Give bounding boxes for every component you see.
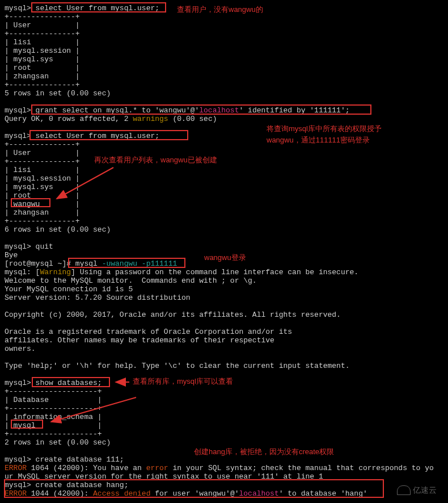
term-line: | information_schema | [5,413,443,422]
term-line: | root | [5,192,443,200]
term-line: +--------------------+ [5,405,443,413]
term-line: | lisi | [5,39,443,47]
term-line: ERROR 1044 (42000): Access denied for us… [5,490,443,498]
term-line: +--------------------+ [5,388,443,396]
term-line: | User | [5,22,443,30]
term-line: mysql: [Warning] Using a password on the… [5,269,443,277]
term-line [5,354,443,362]
note-login: wangwu登录 [204,254,246,262]
term-line: | mysql.sys | [5,56,443,64]
term-line: | lisi | [5,166,443,175]
term-line: mysql> select User from mysql.user; [5,132,443,141]
term-line: | mysql.session | [5,175,443,183]
note-create-hang: 创建hang库，被拒绝，因为没有create权限 [194,448,334,456]
term-line: ERROR 1064 (42000): You have an error in… [5,464,443,473]
term-line: Type 'help;' or '\h' for help. Type '\c'… [5,362,443,371]
term-line: +---------------+ [5,30,443,39]
term-line: +---------------+ [5,13,443,22]
term-line: +---------------+ [5,217,443,226]
term-line: | zhangsan | [5,209,443,217]
cloud-icon [397,485,411,495]
term-line: Query OK, 0 rows affected, 2 warnings (0… [5,115,443,124]
term-line: ur MySQL server version for the right sy… [5,473,443,481]
term-line [5,234,443,243]
term-line: | mysql | [5,422,443,430]
term-line: +---------------+ [5,158,443,166]
term-line: mysql> grant select on mysql.* to 'wangw… [5,107,443,115]
term-line: mysql> quit [5,243,443,252]
term-line: | mysql.session | [5,47,443,56]
term-line: Your MySQL connection id is 5 [5,286,443,294]
term-line: 2 rows in set (0.00 sec) [5,439,443,447]
term-line: Copyright (c) 2000, 2017, Oracle and/or … [5,311,443,320]
term-line: 6 rows in set (0.00 sec) [5,226,443,234]
term-line [5,98,443,107]
term-line: 5 rows in set (0.00 sec) [5,90,443,98]
term-line: | Database | [5,396,443,405]
note-check-user: 查看用户，没有wangwu的 [177,6,263,14]
term-line: | zhangsan | [5,73,443,81]
note-recheck-user: 再次查看用户列表，wangwu已被创建 [94,156,217,165]
note-show-db: 查看所有库，mysql库可以查看 [133,378,233,386]
term-line: Oracle is a registered trademark of Orac… [5,328,443,337]
term-line: | User | [5,149,443,158]
term-line: +---------------+ [5,81,443,90]
term-line: | mysql.sys | [5,183,443,192]
term-line [5,320,443,328]
terminal-output: mysql> select User from mysql.user; +---… [5,5,443,498]
term-line: Welcome to the MySQL monitor. Commands e… [5,277,443,286]
term-line: | root | [5,64,443,73]
term-line: +--------------------+ [5,430,443,439]
term-line: | wangwu | [5,200,443,209]
term-line: +---------------+ [5,141,443,149]
term-line [5,303,443,311]
note-grant-desc-2: wangwu，通过111111密码登录 [267,136,370,145]
note-grant-desc-1: 将查询mysql库中所有表的权限授予 [267,125,382,133]
term-line: owners. [5,345,443,354]
term-line: mysql> create database hang; [5,481,443,490]
watermark: 亿速云 [397,485,437,495]
term-line: affiliates. Other names may be trademark… [5,337,443,345]
term-line: Server version: 5.7.20 Source distributi… [5,294,443,303]
term-line: mysql> create database 111; [5,456,443,464]
